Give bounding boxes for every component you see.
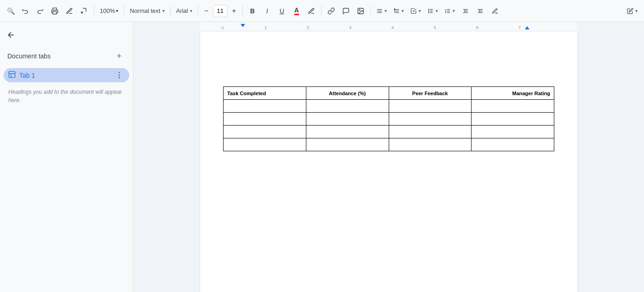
table-header-attendance: Attendance (%) (306, 87, 389, 100)
ruler-mark: 5 (434, 25, 436, 30)
table-cell[interactable] (306, 100, 389, 113)
document-table: Task Completed Attendance (%) Peer Feedb… (223, 86, 554, 151)
zoom-dropdown[interactable]: 100% ▾ (97, 4, 121, 18)
table-row (224, 113, 554, 126)
font-size-control: − + (201, 4, 240, 18)
ruler-mark: -1 (220, 25, 224, 30)
table-cell[interactable] (389, 126, 472, 138)
ruler-mark: 4 (391, 25, 394, 30)
search-button[interactable]: 🔍 (4, 4, 17, 18)
table-cell[interactable] (389, 100, 472, 113)
linespacing-dropdown[interactable]: ▾ (391, 4, 407, 18)
toolbar-left-tools: 🔍 (4, 4, 91, 18)
indent-increase-button[interactable] (459, 4, 472, 18)
highlight-button[interactable] (305, 4, 318, 18)
table-header-task: Task Completed (224, 87, 306, 100)
svg-point-2 (359, 9, 360, 10)
content-area: -1 1 2 3 4 5 6 7 Task Completed Attendan… (133, 22, 644, 292)
svg-point-12 (428, 9, 429, 9)
sidebar-header: Document tabs + (4, 48, 129, 64)
tab-label: Tab 1 (19, 72, 110, 79)
italic-button[interactable]: I (260, 4, 274, 18)
ruler-left-triangle (241, 24, 245, 27)
underline-button[interactable]: U (275, 4, 289, 18)
sidebar-title: Document tabs (7, 52, 51, 60)
doc-top-space (223, 50, 554, 86)
document-page: Task Completed Attendance (%) Peer Feedb… (200, 31, 577, 292)
comment-button[interactable] (339, 4, 353, 18)
image-button[interactable] (354, 4, 368, 18)
main-layout: Document tabs + Tab 1 ⋮ Headings you add… (0, 22, 644, 292)
indent-decrease-button[interactable] (473, 4, 487, 18)
clear-format-button[interactable] (488, 4, 502, 18)
table-cell[interactable] (224, 100, 306, 113)
toolbar-right: ▾ (624, 4, 640, 18)
ruler: -1 1 2 3 4 5 6 7 (200, 22, 577, 31)
table-cell[interactable] (472, 100, 554, 113)
ruler-mark: 6 (476, 25, 478, 30)
svg-point-14 (428, 12, 429, 12)
divider-4 (198, 6, 198, 17)
toolbar: 🔍 100% ▾ Normal text ▾ Arial ▾ − (0, 0, 644, 22)
paintformat-button[interactable] (77, 4, 91, 18)
table-header-peer: Peer Feedback (389, 87, 472, 100)
zoom-value: 100% (100, 7, 115, 14)
font-increase-button[interactable]: + (229, 4, 240, 18)
checklist-dropdown[interactable]: ▾ (408, 4, 424, 18)
table-cell[interactable] (224, 113, 306, 126)
divider-6 (321, 6, 322, 17)
table-header-row: Task Completed Attendance (%) Peer Feedb… (224, 87, 554, 100)
table-cell[interactable] (224, 126, 306, 138)
text-color-button[interactable]: A (290, 4, 304, 18)
sidebar: Document tabs + Tab 1 ⋮ Headings you add… (0, 22, 133, 292)
align-dropdown[interactable]: ▾ (374, 4, 390, 18)
style-dropdown[interactable]: Normal text ▾ (127, 4, 167, 18)
font-arrow: ▾ (190, 8, 192, 13)
spellcheck-button[interactable] (63, 4, 76, 18)
print-button[interactable] (48, 4, 62, 18)
orderedlist-dropdown[interactable]: ▾ (442, 4, 458, 18)
table-cell[interactable] (472, 138, 554, 151)
table-cell[interactable] (306, 113, 389, 126)
table-cell[interactable] (389, 113, 472, 126)
table-cell[interactable] (306, 138, 389, 151)
table-cell[interactable] (472, 113, 554, 126)
zoom-arrow: ▾ (116, 8, 118, 13)
ruler-mark: 1 (264, 25, 267, 30)
tab-icon (8, 71, 16, 80)
table-header-manager: Manager Rating (472, 87, 554, 100)
back-button[interactable] (4, 28, 18, 42)
edit-mode-button[interactable]: ▾ (624, 4, 640, 18)
divider-2 (124, 6, 124, 17)
table-cell[interactable] (389, 138, 472, 151)
ruler-right-triangle (525, 26, 529, 29)
table-body (224, 100, 554, 151)
table-cell[interactable] (224, 138, 306, 151)
divider-1 (94, 6, 94, 17)
font-size-input[interactable] (213, 5, 228, 17)
undo-button[interactable] (18, 4, 32, 18)
tab-more-button[interactable]: ⋮ (114, 71, 125, 80)
table-row (224, 126, 554, 138)
sidebar-hint: Headings you add to the document will ap… (4, 86, 129, 106)
link-button[interactable] (324, 4, 338, 18)
list-dropdown[interactable]: ▾ (425, 4, 441, 18)
svg-rect-0 (53, 11, 57, 14)
table-cell[interactable] (306, 126, 389, 138)
font-dropdown[interactable]: Arial ▾ (173, 4, 195, 18)
style-label: Normal text (130, 7, 160, 14)
table-row (224, 100, 554, 113)
redo-button[interactable] (33, 4, 47, 18)
svg-rect-26 (9, 71, 15, 77)
table-cell[interactable] (472, 126, 554, 138)
table-row (224, 138, 554, 151)
svg-line-24 (496, 12, 497, 13)
bold-button[interactable]: B (246, 4, 259, 18)
style-arrow: ▾ (162, 8, 165, 13)
ruler-mark: 7 (518, 25, 521, 30)
ruler-mark: 2 (307, 25, 309, 30)
font-decrease-button[interactable]: − (201, 4, 212, 18)
divider-7 (370, 6, 371, 17)
tab-item-1[interactable]: Tab 1 ⋮ (4, 68, 129, 82)
add-tab-button[interactable]: + (113, 50, 126, 63)
